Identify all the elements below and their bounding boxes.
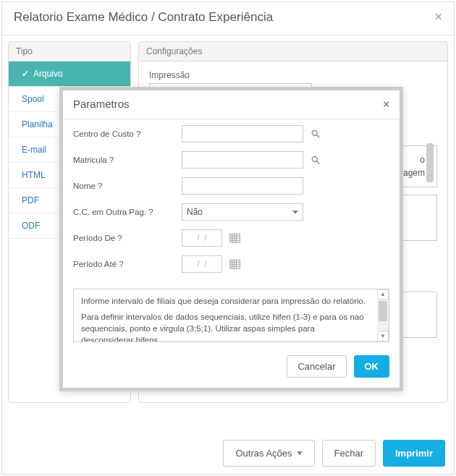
centro-custo-label: Centro de Custo ? [73, 129, 182, 138]
chevron-down-icon [292, 211, 298, 214]
print-button[interactable]: Imprimir [383, 440, 445, 467]
parametros-modal: Parametros × Centro de Custo ? Matricula… [59, 87, 403, 391]
page-title: Relatorio Exame Médico / Contrato Experi… [14, 10, 273, 25]
periodo-ate-label: Período Até ? [73, 260, 182, 268]
type-item-arquivo[interactable]: Arquivo [9, 61, 130, 87]
help-box: Informe intervalo de filiais que deseja … [73, 289, 389, 342]
close-icon[interactable]: × [434, 9, 442, 25]
cc-outra-pag-select[interactable]: Não [182, 203, 303, 221]
search-icon[interactable] [311, 155, 321, 165]
chevron-down-icon [297, 451, 303, 455]
search-icon[interactable] [311, 129, 321, 139]
modal-title: Parametros [73, 98, 130, 110]
nome-label: Nome ? [73, 182, 182, 190]
calendar-icon[interactable] [229, 232, 240, 243]
matricula-input[interactable] [182, 151, 303, 169]
svg-point-0 [312, 130, 317, 135]
type-panel-header: Tipo [9, 42, 130, 61]
scrollbar-thumb[interactable] [426, 143, 434, 182]
modal-close-icon[interactable]: × [383, 98, 389, 110]
periodo-ate-input[interactable] [182, 255, 222, 273]
cc-outra-pag-value: Não [187, 207, 203, 217]
periodo-de-label: Período De ? [73, 234, 182, 242]
svg-line-3 [317, 161, 320, 164]
scroll-thumb[interactable] [379, 301, 387, 321]
matricula-label: Matricula ? [73, 156, 182, 164]
main-header: Relatorio Exame Médico / Contrato Experi… [2, 2, 454, 35]
cc-outra-pag-label: C.C. em Outra Pag. ? [73, 208, 182, 216]
cancel-button[interactable]: Cancelar [287, 355, 346, 378]
impressao-label: Impressão [149, 70, 437, 80]
centro-custo-input[interactable] [182, 125, 303, 143]
svg-point-2 [312, 156, 317, 161]
help-text-1: Informe intervalo de filiais que deseja … [81, 295, 368, 307]
close-button[interactable]: Fechar [322, 440, 376, 467]
scroll-down-icon[interactable]: ▼ [377, 331, 389, 341]
periodo-de-input[interactable] [182, 229, 222, 247]
nome-input[interactable] [182, 177, 303, 195]
other-actions-button[interactable]: Outras Ações [223, 440, 314, 467]
config-panel-header: Configurações [139, 42, 447, 61]
help-text-2: Para definir intervalos de dados sequenc… [81, 311, 368, 342]
ok-button[interactable]: OK [354, 355, 390, 378]
other-actions-label: Outras Ações [235, 448, 292, 459]
scroll-up-icon[interactable]: ▲ [377, 289, 389, 299]
svg-line-1 [317, 135, 320, 138]
calendar-icon[interactable] [229, 258, 240, 269]
help-scrollbar[interactable]: ▲ ▼ [377, 289, 389, 341]
